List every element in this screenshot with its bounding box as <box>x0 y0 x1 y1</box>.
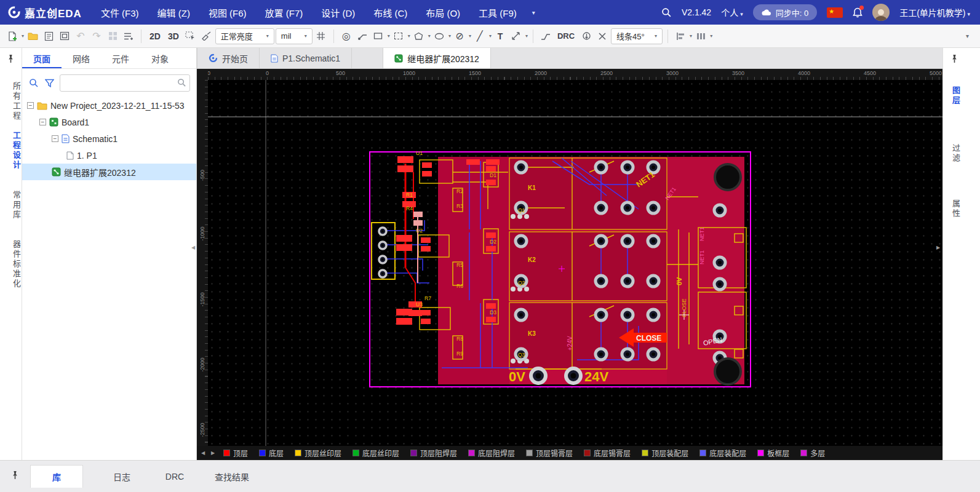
layer-item-bottom[interactable]: 底层 <box>253 448 289 458</box>
via-tool-button[interactable]: ◎ <box>339 28 354 44</box>
menu-place[interactable]: 放置 (F7) <box>257 0 311 25</box>
chevron-down-icon[interactable]: ▾ <box>525 33 528 39</box>
save-button[interactable] <box>41 28 56 44</box>
distribute-button[interactable] <box>693 28 708 44</box>
tab-nets[interactable]: 网络 <box>62 48 101 68</box>
undo-button[interactable]: ↶ <box>73 28 88 44</box>
layer-item-bottom-paste[interactable]: 底层锡膏层 <box>578 448 636 458</box>
polygon-tool-button[interactable] <box>412 28 426 44</box>
tab-components[interactable]: 元件 <box>101 48 140 68</box>
dock-tab-project-design[interactable]: 工程设计 <box>0 131 22 170</box>
dock-tab-filter[interactable]: 过滤 <box>943 144 962 164</box>
chevron-down-icon[interactable]: ▾ <box>448 33 451 39</box>
pin-icon[interactable] <box>950 54 958 66</box>
username-dropdown[interactable]: 王工(单片机教学)▾ <box>899 6 970 18</box>
tree-search-input[interactable] <box>60 74 190 92</box>
tab-pages[interactable]: 页面 <box>22 48 62 68</box>
chevron-down-icon[interactable]: ▾ <box>489 33 492 39</box>
avatar[interactable] <box>872 4 890 21</box>
chevron-down-icon[interactable]: ▾ <box>469 33 471 39</box>
app-logo[interactable]: 嘉立创EDA <box>7 5 82 20</box>
copper-pour-tool-button[interactable] <box>199 28 214 44</box>
cross-probe-button[interactable] <box>595 28 610 44</box>
brightness-select[interactable]: 正常亮度▾ <box>215 28 274 44</box>
open-project-button[interactable] <box>25 28 40 44</box>
redo-button[interactable]: ↷ <box>89 28 104 44</box>
marquee-select-button[interactable] <box>183 28 198 44</box>
notifications-button[interactable] <box>853 7 862 18</box>
doc-tab-pcb[interactable]: 继电器扩展202312 <box>383 48 491 68</box>
snapshot-button[interactable] <box>57 28 72 44</box>
bottom-tab-search-results[interactable]: 查找结果 <box>201 465 263 488</box>
toolbar-overflow-chevron-icon[interactable]: ▾ <box>966 33 969 39</box>
dock-tab-layers[interactable]: 图层 <box>943 86 962 106</box>
keepout-region-tool-button[interactable] <box>391 28 406 44</box>
filter-button[interactable] <box>44 76 55 90</box>
chevron-down-icon[interactable]: ▾ <box>22 33 24 39</box>
menu-route[interactable]: 布线 (C) <box>365 0 415 25</box>
layer-item-bottom-mask[interactable]: 底层阻焊层 <box>463 448 520 458</box>
drc-button[interactable]: DRC <box>554 28 578 44</box>
dock-tab-all-projects[interactable]: 所有工程 <box>0 82 22 121</box>
line-mode-select[interactable]: 线条45°▾ <box>611 28 663 44</box>
theme-grid-button[interactable] <box>105 28 120 44</box>
dock-tab-component-standard[interactable]: 器件标准化 <box>0 240 22 289</box>
keepout-tool-button[interactable]: ⊘ <box>452 28 467 44</box>
layer-item-top-assembly[interactable]: 顶层装配层 <box>636 448 694 458</box>
new-document-button[interactable] <box>5 28 20 44</box>
menu-edit[interactable]: 编辑 (Z) <box>149 0 198 25</box>
pin-icon[interactable] <box>7 54 15 66</box>
bottom-tab-log[interactable]: 日志 <box>95 465 148 488</box>
right-panel-collapse-handle[interactable]: ▶ <box>936 245 940 250</box>
dimension-tool-button[interactable] <box>509 28 524 44</box>
language-flag-icon[interactable]: ★ <box>827 7 843 18</box>
layer-item-top-silk[interactable]: 顶层丝印层 <box>289 448 347 458</box>
layer-item-top-mask[interactable]: 顶层阻焊层 <box>405 448 463 458</box>
tree-item-project[interactable]: − New Project_2023-12-21_11-15-53 <box>22 97 196 114</box>
bottom-tab-library[interactable]: 库 <box>30 465 83 488</box>
line-tool-button[interactable]: ╱ <box>472 28 487 44</box>
menu-overflow-chevron-icon[interactable]: ▾ <box>527 9 540 16</box>
collapse-toggle[interactable]: − <box>27 102 34 109</box>
layer-item-top-paste[interactable]: 顶层锡膏层 <box>520 448 578 458</box>
pin-icon[interactable] <box>11 470 19 482</box>
place-via-button[interactable] <box>579 28 594 44</box>
layer-item-bottom-assembly[interactable]: 底层装配层 <box>694 448 752 458</box>
layer-scroll-left-icon[interactable]: ◀ <box>198 448 208 458</box>
menu-layout[interactable]: 布局 (O) <box>418 0 468 25</box>
grid-settings-button[interactable] <box>314 28 329 44</box>
layer-item-bottom-silk[interactable]: 底层丝印层 <box>347 448 405 458</box>
menu-view[interactable]: 视图 (F6) <box>201 0 255 25</box>
unit-select[interactable]: mil▾ <box>276 28 313 44</box>
view-2d-button[interactable]: 2D <box>146 28 164 44</box>
left-panel-collapse-handle[interactable]: ◀ <box>191 245 195 250</box>
chevron-down-icon[interactable]: ▾ <box>428 33 431 39</box>
layer-item-multi[interactable]: 多层 <box>795 448 831 458</box>
ellipse-tool-button[interactable] <box>432 28 447 44</box>
search-icon[interactable] <box>661 7 672 18</box>
layer-item-board-outline[interactable]: 板框层 <box>752 448 795 458</box>
sync-status-button[interactable]: 同步中: 0 <box>753 4 817 20</box>
doc-tab-start-page[interactable]: 开始页 <box>197 48 260 68</box>
tree-item-schematic[interactable]: − Schematic1 <box>22 130 196 147</box>
tree-item-board[interactable]: − Board1 <box>22 114 196 130</box>
track-tool-button[interactable] <box>355 28 370 44</box>
search-toggle-button[interactable] <box>28 76 39 90</box>
collapse-toggle[interactable]: − <box>39 119 46 125</box>
batch-list-button[interactable] <box>121 28 136 44</box>
menu-file[interactable]: 文件 (F3) <box>93 0 147 25</box>
menu-tools[interactable]: 工具 (F9) <box>471 0 525 25</box>
dock-tab-common-library[interactable]: 常用库 <box>0 191 22 220</box>
layer-item-top[interactable]: 顶层 <box>218 448 253 458</box>
rect-tool-button[interactable] <box>371 28 386 44</box>
tab-objects[interactable]: 对象 <box>140 48 180 68</box>
doc-tab-schematic[interactable]: P1.Schematic1 <box>260 48 352 68</box>
bottom-tab-drc[interactable]: DRC <box>148 465 201 488</box>
tree-item-page-p1[interactable]: 1. P1 <box>22 147 196 164</box>
pcb-canvas[interactable]: U1 R1 R4 R2 R3 U2 R5 R6 R7 U3 R8 R9 D1 D… <box>208 80 942 446</box>
text-tool-button[interactable]: T <box>493 28 508 44</box>
align-button[interactable] <box>673 28 688 44</box>
chevron-down-icon[interactable]: ▾ <box>690 33 692 39</box>
layer-scroll-right-icon[interactable]: ▶ <box>208 448 218 458</box>
account-type-dropdown[interactable]: 个人▾ <box>721 6 743 18</box>
